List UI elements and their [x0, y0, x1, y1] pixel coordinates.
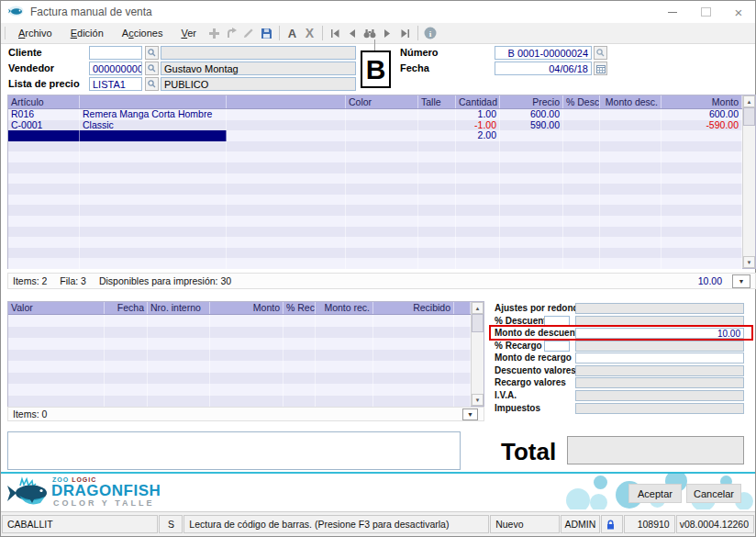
scroll-up-icon[interactable]: ▲: [743, 95, 755, 107]
numero-field[interactable]: B 0001-00000024: [495, 46, 592, 60]
maximize-icon: [701, 7, 711, 17]
minimize-button[interactable]: [656, 1, 689, 23]
values-count: Items: 0: [13, 408, 47, 420]
item-row[interactable]: [8, 227, 742, 238]
item-cell: [662, 227, 742, 238]
recargo-valores-row: Recargo valores: [493, 377, 750, 388]
item-cell: [456, 227, 500, 238]
nav-prev-icon[interactable]: [344, 25, 361, 41]
numero-lookup-button[interactable]: [594, 46, 607, 60]
title-bar: Factura manual de venta ×: [1, 1, 755, 23]
item-cell: [500, 195, 563, 206]
item-row[interactable]: 2.00: [8, 130, 742, 141]
monto-de-descuento-field[interactable]: 10.00: [575, 328, 744, 339]
search-icon[interactable]: [361, 25, 379, 41]
cliente-lookup-button[interactable]: [145, 46, 159, 60]
ajustes-por-redondeo-row: Ajustes por redondeo: [493, 303, 750, 314]
scroll-down-icon[interactable]: ▼: [743, 256, 755, 268]
value-cell: [105, 396, 148, 408]
edit-icon[interactable]: [240, 25, 258, 41]
maximize-button[interactable]: [689, 1, 722, 23]
item-row[interactable]: [8, 205, 742, 216]
item-cell: [662, 237, 742, 248]
item-cell: [418, 195, 456, 206]
item-row[interactable]: [8, 258, 742, 269]
delete-icon[interactable]: X: [301, 25, 318, 41]
info-icon[interactable]: i: [422, 25, 439, 41]
row-indicator: Fila: 3: [60, 275, 86, 286]
item-row[interactable]: [8, 237, 742, 248]
font-icon[interactable]: A: [284, 25, 301, 41]
item-row[interactable]: [8, 184, 742, 195]
scroll-down-icon[interactable]: ▼: [472, 394, 484, 406]
item-row[interactable]: [8, 195, 742, 206]
vendedor-lookup-button[interactable]: [145, 62, 159, 75]
add-icon[interactable]: [206, 25, 223, 41]
items-grid-scrollbar[interactable]: ▲ ▼: [742, 95, 755, 268]
item-cell: [227, 141, 346, 152]
cliente-code-field[interactable]: [89, 46, 142, 60]
recargo-label: % Recargo: [495, 341, 542, 351]
revert-icon[interactable]: [223, 25, 240, 41]
vendedor-code-field[interactable]: 0000000001: [89, 62, 142, 75]
value-row[interactable]: [8, 338, 471, 350]
descuento-percent-input[interactable]: [544, 316, 570, 327]
value-row[interactable]: [8, 384, 471, 396]
item-cell: [80, 237, 227, 248]
lista-de-precio-lookup-button[interactable]: [145, 77, 159, 91]
item-cell: [662, 248, 742, 259]
item-row[interactable]: [8, 151, 742, 162]
scroll-thumb[interactable]: [743, 107, 755, 126]
monto-de-recargo-field[interactable]: [575, 352, 744, 364]
value-cell: [454, 338, 471, 350]
fecha-field[interactable]: 04/06/18: [495, 62, 592, 75]
chevron-down-icon[interactable]: ▼: [732, 274, 750, 288]
item-row[interactable]: R016Remera Manga Corta Hombre1.00600.006…: [8, 109, 742, 120]
scroll-thumb[interactable]: [472, 314, 484, 332]
item-row[interactable]: [8, 173, 742, 185]
value-row[interactable]: [8, 327, 471, 339]
value-row[interactable]: [8, 361, 471, 373]
nav-first-icon[interactable]: [327, 25, 344, 41]
menu-item-edici-n[interactable]: Edición: [61, 28, 113, 39]
value-row[interactable]: [8, 350, 471, 362]
letter-connector-line: [374, 39, 375, 50]
item-cell: [418, 120, 456, 131]
item-row[interactable]: [8, 162, 742, 173]
close-button[interactable]: ×: [722, 1, 755, 23]
item-cell: [227, 130, 346, 141]
menu-item-archivo[interactable]: Archivo: [9, 28, 61, 39]
item-cell: [80, 141, 227, 152]
item-row[interactable]: [8, 141, 742, 152]
nav-next-icon[interactable]: [379, 25, 396, 41]
item-cell: [563, 130, 600, 141]
chevron-down-icon[interactable]: ▼: [462, 408, 478, 420]
magnifier-icon: [148, 64, 156, 73]
item-selected-cell[interactable]: [8, 130, 80, 141]
save-icon[interactable]: [258, 25, 275, 41]
item-row[interactable]: [8, 216, 742, 227]
aceptar-button[interactable]: Aceptar: [628, 484, 682, 503]
cancelar-button[interactable]: Cancelar: [686, 484, 741, 503]
scroll-up-icon[interactable]: ▲: [472, 302, 484, 314]
item-row[interactable]: C-0001Classic-1.00590.00-590.00: [8, 120, 742, 131]
nav-last-icon[interactable]: [396, 25, 414, 41]
value-row[interactable]: [8, 315, 471, 327]
value-row[interactable]: [8, 373, 471, 385]
item-cell: Remera Manga Corta Hombre: [80, 109, 227, 120]
item-row[interactable]: [8, 248, 742, 259]
values-grid-scrollbar[interactable]: ▲ ▼: [471, 302, 484, 406]
item-cell: [418, 227, 456, 238]
value-row[interactable]: [8, 396, 471, 408]
menu-item-acciones[interactable]: Acciones: [113, 28, 172, 39]
lista-de-precio-code-field[interactable]: LISTA1: [89, 77, 142, 91]
item-cell: [80, 227, 227, 238]
value-cell: [373, 361, 454, 373]
item-cell: 2.00: [456, 130, 500, 141]
item-cell: [662, 141, 742, 152]
calendar-icon[interactable]: [594, 62, 607, 75]
menu-item-ver[interactable]: Ver: [172, 28, 206, 39]
comment-box[interactable]: [7, 431, 461, 470]
recargo-percent-input[interactable]: [544, 341, 570, 352]
item-selected-cell[interactable]: [80, 130, 227, 141]
